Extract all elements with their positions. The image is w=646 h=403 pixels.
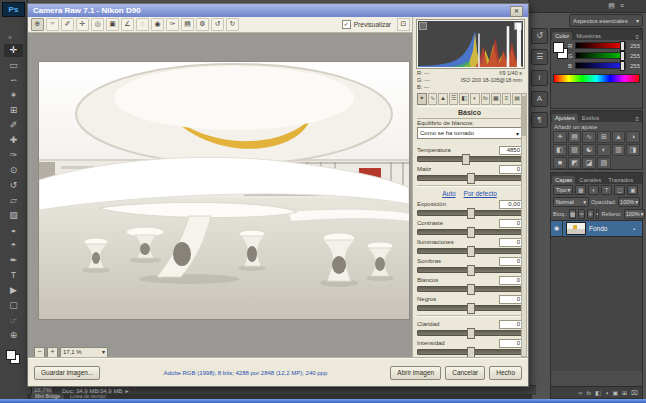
adjustment-color-balance-icon[interactable]: ◧ bbox=[553, 144, 567, 156]
rotate-left-icon[interactable]: ↺ bbox=[211, 18, 224, 31]
white-balance-select[interactable]: Como se ha tomado ▾ bbox=[417, 127, 522, 139]
new-adjustment-layer-icon[interactable]: ◑ bbox=[605, 388, 609, 398]
slider-track[interactable] bbox=[417, 349, 522, 355]
filter-shape-layers-icon[interactable]: ▢ bbox=[614, 185, 625, 195]
fullscreen-toggle-icon[interactable]: ⊡ bbox=[397, 18, 410, 31]
slider-value[interactable]: 4850 bbox=[499, 146, 522, 155]
adjustment-invert-icon[interactable]: ◨ bbox=[626, 144, 640, 156]
layer-style-fx-icon[interactable]: fx bbox=[586, 388, 591, 398]
adjustment-curves-icon[interactable]: ∿ bbox=[582, 131, 596, 143]
panel-menu-icon[interactable]: ≡ bbox=[635, 34, 641, 40]
color-swatches[interactable] bbox=[553, 42, 568, 69]
adjustment-color-lookup-icon[interactable]: ▥ bbox=[612, 144, 626, 156]
blend-mode-select[interactable]: Normal ▾ bbox=[553, 197, 589, 207]
slider-track[interactable] bbox=[417, 330, 522, 336]
straighten-tool-icon[interactable]: ∠ bbox=[121, 18, 134, 31]
panel-menu-icon[interactable]: ≡ bbox=[635, 116, 641, 122]
layer-thumbnail[interactable] bbox=[566, 222, 586, 235]
zoom-in-button[interactable]: + bbox=[47, 347, 58, 358]
tab-muestras[interactable]: Muestras bbox=[573, 32, 604, 40]
zoom-out-button[interactable]: − bbox=[34, 347, 45, 358]
delete-layer-icon[interactable]: ⌧ bbox=[631, 388, 638, 398]
quick-selection-tool-icon[interactable]: ✶ bbox=[4, 89, 23, 102]
slider-value[interactable]: 0 bbox=[499, 165, 522, 174]
marquee-tool-icon[interactable]: ▭ bbox=[4, 59, 23, 72]
add-layer-mask-icon[interactable]: ◧ bbox=[595, 388, 601, 398]
blue-value[interactable]: 255 bbox=[628, 63, 640, 69]
tab-presets-icon[interactable]: ≡ bbox=[502, 93, 512, 105]
pen-tool-icon[interactable]: ✒ bbox=[4, 254, 23, 267]
layer-name[interactable]: Fondo bbox=[589, 225, 633, 232]
tab-split-toning-icon[interactable]: ◧ bbox=[459, 93, 469, 105]
toolbar-collapse-icon[interactable]: » bbox=[8, 34, 12, 41]
adjustment-selective-color-icon[interactable]: ◪ bbox=[582, 157, 596, 169]
new-group-icon[interactable]: ▣ bbox=[612, 388, 618, 398]
slider-track[interactable] bbox=[417, 248, 522, 254]
tab-capas[interactable]: Capas bbox=[552, 176, 575, 184]
app-bar-grid-icon[interactable]: ▤ bbox=[608, 1, 615, 11]
brush-tool-icon[interactable]: ✑ bbox=[4, 149, 23, 162]
color-sampler-tool-icon[interactable]: ✛ bbox=[76, 18, 89, 31]
tab-lens-corrections-icon[interactable]: ◐ bbox=[470, 93, 480, 105]
cancel-button[interactable]: Cancelar bbox=[445, 366, 485, 380]
zoom-tool-icon[interactable]: ⊕ bbox=[4, 329, 23, 342]
dialog-title-bar[interactable]: Camera Raw 7.1 - Nikon D90 ✕ bbox=[28, 4, 528, 17]
slider-value[interactable]: 0 bbox=[499, 339, 522, 348]
app-bar-menu-icon[interactable]: ≡ bbox=[620, 1, 624, 11]
gradient-tool-icon[interactable]: ▨ bbox=[4, 209, 23, 222]
slider-track[interactable] bbox=[417, 305, 522, 311]
eyedropper-tool-icon[interactable]: ✐ bbox=[4, 119, 23, 132]
filter-type-layers-icon[interactable]: T bbox=[601, 185, 612, 195]
lock-position-icon[interactable]: ✛ bbox=[587, 209, 594, 219]
clone-stamp-tool-icon[interactable]: ⊙ bbox=[4, 164, 23, 177]
adjustment-vibrance-icon[interactable]: ▲ bbox=[612, 131, 626, 143]
color-spectrum-ramp[interactable] bbox=[553, 74, 640, 83]
lock-all-icon[interactable]: ▪ bbox=[596, 209, 600, 219]
green-slider[interactable] bbox=[575, 52, 626, 59]
tab-basic-icon[interactable]: ✦ bbox=[417, 93, 427, 105]
tab-ajustes[interactable]: Ajustes bbox=[552, 114, 578, 122]
panel-scrollbar[interactable] bbox=[521, 93, 527, 357]
adjustment-brightness-contrast-icon[interactable]: ☀ bbox=[553, 131, 567, 143]
zoom-level-select[interactable]: 17,1 % ▾ bbox=[60, 347, 108, 358]
lock-pixels-icon[interactable]: ✑ bbox=[578, 209, 585, 219]
layer-filter-select[interactable]: Tipo ▾ bbox=[553, 185, 573, 195]
move-tool-icon[interactable]: ✛ bbox=[4, 44, 23, 57]
character-panel-icon[interactable]: A bbox=[531, 91, 548, 107]
preview-checkbox[interactable]: ✓ bbox=[342, 20, 351, 29]
foreground-background-swatches[interactable] bbox=[6, 350, 20, 364]
eraser-tool-icon[interactable]: ▱ bbox=[4, 194, 23, 207]
adjustment-posterize-icon[interactable]: ■ bbox=[553, 157, 567, 169]
slider-track[interactable] bbox=[417, 229, 522, 235]
filter-pixel-layers-icon[interactable]: ▦ bbox=[575, 185, 586, 195]
slider-track[interactable] bbox=[417, 210, 522, 216]
tab-tone-curve-icon[interactable]: ∿ bbox=[428, 93, 438, 105]
slider-track[interactable] bbox=[417, 156, 522, 162]
info-panel-icon[interactable]: i bbox=[531, 70, 548, 86]
filter-smart-objects-icon[interactable]: ▣ bbox=[627, 185, 638, 195]
red-slider[interactable] bbox=[575, 42, 626, 49]
history-panel-icon[interactable]: ↺ bbox=[531, 28, 548, 44]
layer-visibility-eye-icon[interactable]: ◉ bbox=[551, 221, 563, 236]
workflow-options-link[interactable]: Adobe RGB (1998); 8 bits; 4288 por 2848 … bbox=[106, 370, 384, 376]
tab-effects-icon[interactable]: fx bbox=[481, 93, 491, 105]
tab-trazados[interactable]: Trazados bbox=[605, 176, 636, 184]
slider-value[interactable]: 0 bbox=[499, 295, 522, 304]
tab-canales[interactable]: Canales bbox=[576, 176, 604, 184]
link-layers-icon[interactable]: ∞ bbox=[578, 388, 582, 398]
zoom-tool-icon[interactable]: ⊕ bbox=[31, 18, 44, 31]
blue-slider[interactable] bbox=[575, 62, 626, 69]
type-tool-icon[interactable]: T bbox=[4, 269, 23, 282]
layer-row-background[interactable]: ◉ Fondo ▪ bbox=[551, 221, 642, 237]
preferences-icon[interactable]: ⚙ bbox=[196, 18, 209, 31]
new-layer-icon[interactable]: ⊞ bbox=[622, 388, 627, 398]
filter-adjustment-layers-icon[interactable]: ◐ bbox=[588, 185, 599, 195]
properties-panel-icon[interactable]: ☰ bbox=[531, 49, 548, 65]
slider-value[interactable]: 0 bbox=[499, 219, 522, 228]
tab-hsl-grayscale-icon[interactable]: ☰ bbox=[449, 93, 459, 105]
done-button[interactable]: Hecho bbox=[489, 366, 522, 380]
opacity-value[interactable]: 100% ▾ bbox=[618, 197, 640, 207]
dodge-tool-icon[interactable]: ◓ bbox=[4, 239, 23, 252]
slider-value[interactable]: 0 bbox=[499, 257, 522, 266]
fill-value[interactable]: 100% ▾ bbox=[624, 209, 646, 219]
